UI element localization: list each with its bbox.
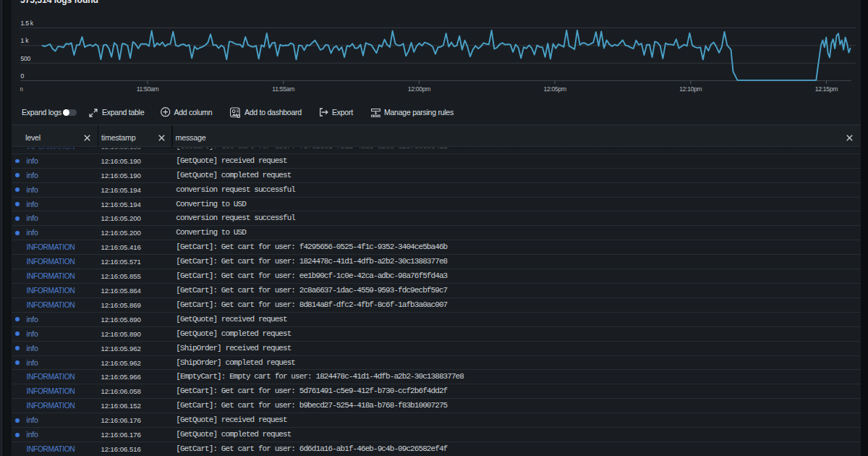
svg-text:500: 500	[21, 55, 31, 62]
svg-text:12:00pm: 12:00pm	[408, 85, 430, 93]
svg-text:11:50am: 11:50am	[137, 85, 159, 93]
svg-text:12:15pm: 12:15pm	[815, 85, 838, 93]
svg-text:1 k: 1 k	[21, 37, 30, 44]
svg-text:11:45am: 11:45am	[12, 85, 23, 93]
svg-text:1.5 k: 1.5 k	[21, 20, 34, 27]
svg-text:12:10pm: 12:10pm	[679, 85, 702, 93]
svg-text:0: 0	[21, 72, 25, 80]
svg-text:11:55am: 11:55am	[272, 85, 294, 93]
svg-text:12:05pm: 12:05pm	[543, 85, 566, 93]
